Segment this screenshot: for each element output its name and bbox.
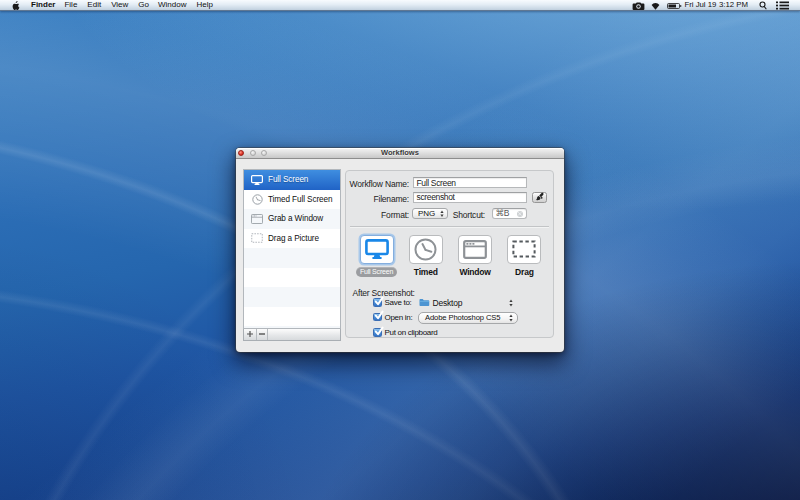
clock-icon (414, 238, 437, 261)
shortcut-label: Shortcut: (422, 210, 485, 220)
clear-shortcut-icon[interactable] (517, 211, 523, 217)
menubar-date: Fri Jul 19 (684, 0, 716, 11)
menu-edit[interactable]: Edit (87, 0, 101, 11)
window-icon (251, 214, 263, 224)
format-label: Format: (346, 210, 409, 220)
open-in-value: Adobe Photoshop CS5 (425, 313, 500, 322)
marquee-icon (512, 240, 536, 258)
folder-icon (419, 298, 430, 307)
plus-icon (247, 331, 253, 337)
window-title: Workflows (236, 148, 564, 158)
menu-go[interactable]: Go (138, 0, 149, 11)
open-in-popup[interactable]: Adobe Photoshop CS5 (418, 312, 518, 324)
menu-window[interactable]: Window (158, 0, 186, 11)
display-icon (251, 175, 263, 185)
remove-workflow-button[interactable] (257, 329, 268, 340)
shortcut-value: ⌘B (496, 208, 509, 218)
list-item-drag-a-picture[interactable]: Drag a Picture (244, 229, 340, 249)
list-item-timed-full-screen[interactable]: Timed Full Screen (244, 190, 340, 210)
workflow-name-label: Workflow Name: (346, 179, 409, 189)
filename-label: Filename: (346, 194, 409, 204)
list-item-label: Timed Full Screen (268, 195, 332, 204)
save-to-row: Save to: (373, 298, 411, 307)
popup-arrows-icon (509, 314, 513, 322)
list-empty-row (244, 248, 340, 268)
list-item-label: Full Screen (268, 175, 308, 184)
display-icon (365, 239, 389, 260)
popup-arrows-icon (509, 299, 513, 308)
list-empty-row (244, 268, 340, 288)
menu-file[interactable]: File (64, 0, 77, 11)
save-to-checkbox[interactable] (373, 298, 382, 307)
clipboard-row: Put on clipboard (373, 328, 438, 337)
clipboard-checkbox[interactable] (373, 328, 382, 337)
menu-bar: Finder File Edit View Go Window Help (0, 0, 800, 11)
notification-center-icon[interactable] (776, 1, 789, 10)
list-footer (243, 329, 341, 341)
menubar-clock[interactable]: 3:12 PM (719, 0, 748, 11)
list-item-grab-a-window[interactable]: Grab a Window (244, 209, 340, 229)
open-in-row: Open in: (373, 313, 412, 322)
menu-finder[interactable]: Finder (31, 0, 55, 11)
menu-view[interactable]: View (111, 0, 128, 11)
list-empty-row (244, 307, 340, 327)
clock-icon (251, 194, 263, 204)
save-to-popup[interactable]: Desktop (419, 298, 463, 308)
battery-icon[interactable] (667, 2, 682, 10)
mode-label-timed: Timed (409, 267, 443, 277)
spotlight-icon[interactable] (759, 1, 767, 10)
mode-button-drag[interactable] (507, 235, 541, 264)
open-in-label: Open in: (385, 313, 413, 322)
list-item-label: Grab a Window (268, 214, 323, 223)
save-to-value: Desktop (433, 298, 463, 308)
clipboard-label: Put on clipboard (385, 328, 438, 337)
wifi-icon[interactable] (651, 2, 660, 10)
list-item-label: Drag a Picture (268, 234, 319, 243)
mode-label-drag: Drag (507, 267, 541, 277)
filename-field[interactable]: screenshot (413, 192, 527, 203)
filename-value: screenshot (417, 192, 455, 202)
checkmark-icon (373, 326, 385, 338)
desktop: Finder File Edit View Go Window Help (0, 0, 800, 500)
brush-icon (535, 192, 545, 202)
camera-icon[interactable] (632, 2, 645, 10)
mode-button-window[interactable] (458, 235, 492, 264)
save-to-label: Save to: (385, 298, 412, 307)
filename-token-button[interactable] (532, 192, 547, 203)
workflow-name-value: Full Screen (417, 178, 456, 188)
list-empty-row (244, 287, 340, 307)
workflows-window: Workflows Full Screen (236, 148, 564, 352)
list-item-full-screen[interactable]: Full Screen (244, 170, 340, 190)
apple-menu-icon[interactable] (12, 1, 20, 10)
add-workflow-button[interactable] (244, 329, 257, 340)
separator (350, 226, 549, 227)
selected-mode-capsule: Full Screen (356, 267, 397, 277)
shortcut-field[interactable]: ⌘B (492, 208, 527, 220)
mode-label-window: Window (458, 267, 492, 277)
checkmark-icon (373, 296, 385, 308)
checkmark-icon (373, 310, 385, 322)
window-titlebar[interactable]: Workflows (236, 148, 564, 159)
mode-button-timed[interactable] (409, 235, 443, 264)
workflow-list: Full Screen Timed Full Screen (243, 169, 341, 329)
workflow-name-field[interactable]: Full Screen (413, 177, 527, 188)
workflow-detail-pane: Workflow Name: Full Screen Filename: scr… (345, 170, 554, 338)
minus-icon (259, 333, 265, 335)
mode-button-full-screen[interactable] (360, 235, 394, 264)
marquee-icon (251, 233, 263, 243)
window-icon (463, 240, 487, 259)
menu-help[interactable]: Help (196, 0, 212, 11)
open-in-checkbox[interactable] (373, 313, 382, 322)
mode-label-full-screen: Full Screen (357, 267, 397, 277)
